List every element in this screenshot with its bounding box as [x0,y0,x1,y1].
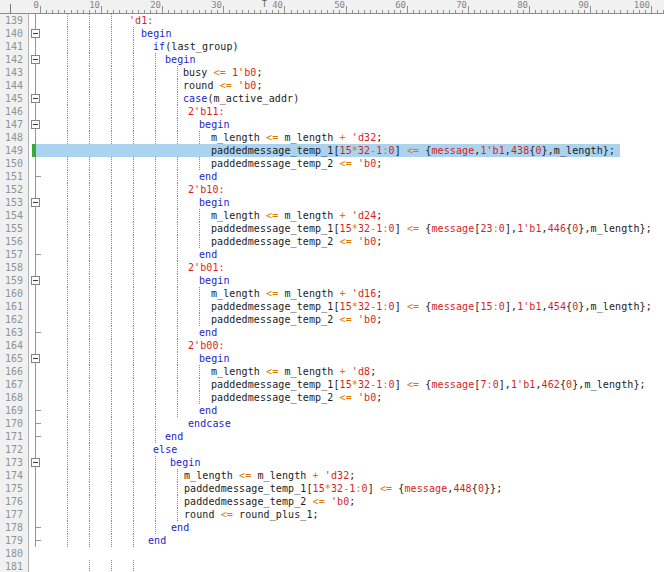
code-line[interactable]: m_length <= m_length + 'd32;148 [0,131,664,144]
line-number[interactable]: 179 [0,534,29,547]
code-line[interactable]: paddedmessage_temp_2 <= 'b0;156 [0,235,664,248]
code-line[interactable]: begin142 [0,53,664,66]
code-line[interactable]: end171 [0,430,664,443]
indent-guide [133,443,134,456]
code-line[interactable]: m_length <= m_length + 'd8;166 [0,365,664,378]
line-number[interactable]: 177 [0,508,29,521]
code-line[interactable]: 180 [0,547,664,560]
code-line[interactable]: end163 [0,326,664,339]
code-line[interactable]: 2'b00:164 [0,339,664,352]
line-number[interactable]: 141 [0,40,29,53]
code-line[interactable]: 2'b01:158 [0,261,664,274]
code-line[interactable]: paddedmessage_temp_1[15*32-1:0] <= {mess… [0,300,664,313]
line-number[interactable]: 165 [0,352,29,365]
code-line[interactable]: paddedmessage_temp_1[15*32-1:0] <= {mess… [0,222,664,235]
code-line[interactable]: 181 [0,560,664,572]
line-number[interactable]: 146 [0,105,29,118]
code-line[interactable]: paddedmessage_temp_2 <= 'b0;150 [0,157,664,170]
line-number[interactable]: 171 [0,430,29,443]
code-line[interactable]: m_length <= m_length + 'd16;160 [0,287,664,300]
code-line[interactable]: m_length <= m_length + 'd32;174 [0,469,664,482]
code-line[interactable]: m_length <= m_length + 'd24;154 [0,209,664,222]
line-number[interactable]: 139 [0,14,29,27]
code-line[interactable]: begin173 [0,456,664,469]
code-line[interactable]: endcase170 [0,417,664,430]
line-number[interactable]: 142 [0,53,29,66]
line-number[interactable]: 155 [0,222,29,235]
line-number[interactable]: 180 [0,547,29,560]
line-number[interactable]: 157 [0,248,29,261]
code-line[interactable]: paddedmessage_temp_1[15*32-1:0] <= {mess… [0,482,664,495]
fold-end-tick [36,423,41,424]
code-line[interactable]: else172 [0,443,664,456]
code-area[interactable]: 'd1:139begin140if(last_group)141begin142… [0,14,664,572]
line-number[interactable]: 166 [0,365,29,378]
line-number[interactable]: 181 [0,560,29,572]
line-number[interactable]: 150 [0,157,29,170]
fold-collapse-button[interactable] [31,354,40,363]
code-line[interactable]: case(m_active_addr)145 [0,92,664,105]
line-number[interactable]: 145 [0,92,29,105]
code-line[interactable]: begin159 [0,274,664,287]
code-line[interactable]: paddedmessage_temp_1[15*32-1:0] <= {mess… [0,378,664,391]
line-number[interactable]: 156 [0,235,29,248]
line-number[interactable]: 159 [0,274,29,287]
fold-collapse-button[interactable] [31,198,40,207]
line-number[interactable]: 140 [0,27,29,40]
line-number[interactable]: 169 [0,404,29,417]
code-line[interactable]: paddedmessage_temp_2 <= 'b0;168 [0,391,664,404]
fold-collapse-button[interactable] [31,120,40,129]
code-line[interactable]: begin140 [0,27,664,40]
code-line[interactable]: paddedmessage_temp_2 <= 'b0;176 [0,495,664,508]
line-number[interactable]: 143 [0,66,29,79]
line-number[interactable]: 174 [0,469,29,482]
line-number[interactable]: 149 [0,144,29,157]
line-number[interactable]: 148 [0,131,29,144]
code-line[interactable]: end157 [0,248,664,261]
fold-collapse-button[interactable] [31,276,40,285]
code-line[interactable]: begin153 [0,196,664,209]
code-line[interactable]: begin165 [0,352,664,365]
code-line[interactable]: 'd1:139 [0,14,664,27]
indent-guide [111,170,112,183]
code-line[interactable]: end169 [0,404,664,417]
line-number[interactable]: 163 [0,326,29,339]
line-number[interactable]: 162 [0,313,29,326]
code-line[interactable]: round <= 'b0;144 [0,79,664,92]
line-number[interactable]: 161 [0,300,29,313]
line-number[interactable]: 147 [0,118,29,131]
line-number[interactable]: 175 [0,482,29,495]
code-line[interactable]: paddedmessage_temp_2 <= 'b0;162 [0,313,664,326]
code-line[interactable]: if(last_group)141 [0,40,664,53]
code-line[interactable]: end178 [0,521,664,534]
code-line[interactable]: busy <= 1'b0;143 [0,66,664,79]
line-number[interactable]: 168 [0,391,29,404]
line-number[interactable]: 158 [0,261,29,274]
line-number[interactable]: 154 [0,209,29,222]
line-number[interactable]: 164 [0,339,29,352]
code-line[interactable]: end179 [0,534,664,547]
code-line[interactable]: 2'b11:146 [0,105,664,118]
line-number[interactable]: 167 [0,378,29,391]
fold-collapse-button[interactable] [31,94,40,103]
line-number[interactable]: 153 [0,196,29,209]
line-number[interactable]: 170 [0,417,29,430]
line-number[interactable]: 151 [0,170,29,183]
line-number[interactable]: 160 [0,287,29,300]
fold-collapse-button[interactable] [31,55,40,64]
line-number[interactable]: 176 [0,495,29,508]
line-number[interactable]: 144 [0,79,29,92]
line-number[interactable]: 173 [0,456,29,469]
code-line[interactable]: round <= round_plus_1;177 [0,508,664,521]
line-number[interactable]: 172 [0,443,29,456]
code-line[interactable]: begin147 [0,118,664,131]
fold-collapse-button[interactable] [31,458,40,467]
plain-token: { [419,301,431,312]
line-number[interactable]: 178 [0,521,29,534]
code-line[interactable]: 2'b10:152 [0,183,664,196]
line-number[interactable]: 152 [0,183,29,196]
code-line[interactable]: paddedmessage_temp_1[15*32-1:0] <= {mess… [0,144,664,157]
fold-collapse-button[interactable] [31,29,40,38]
indent-guide [155,378,156,391]
code-line[interactable]: end151 [0,170,664,183]
